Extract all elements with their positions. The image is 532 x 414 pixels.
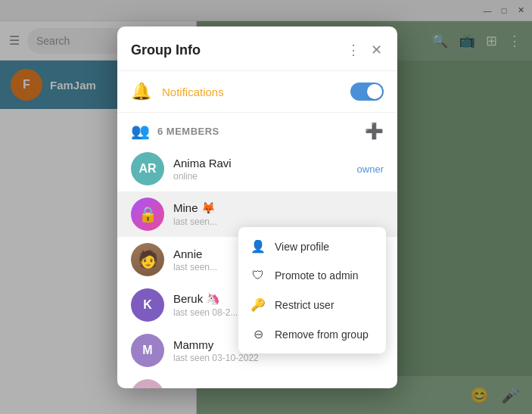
context-item-label: Promote to admin <box>275 269 359 282</box>
members-icon: 👥 <box>131 122 150 140</box>
context-item-view-profile[interactable]: 👤 View profile <box>238 232 386 261</box>
member-badge: owner <box>357 163 384 175</box>
notifications-toggle[interactable] <box>350 82 384 101</box>
member-status: online <box>173 171 348 182</box>
context-item-label: Restrict user <box>275 299 334 311</box>
member-status: last seen 03-10-2022 <box>173 353 384 363</box>
member-status: last seen... <box>173 216 384 227</box>
avatar: AR <box>131 152 164 185</box>
view-profile-icon: 👤 <box>250 239 266 254</box>
context-item-label: Remove from group <box>275 328 369 341</box>
more-options-icon[interactable]: ⋮ <box>345 40 362 60</box>
member-info: Anima Ravi online <box>173 157 348 182</box>
notifications-label: Notifications <box>162 86 340 98</box>
modal-header: Group Info ⋮ ✕ <box>117 26 397 71</box>
bell-icon: 🔔 <box>131 82 151 101</box>
toggle-thumb <box>367 84 382 99</box>
remove-group-icon: ⊖ <box>250 327 266 341</box>
avatar: M <box>131 334 164 367</box>
add-member-button[interactable]: ➕ <box>365 122 384 140</box>
context-item-label: View profile <box>275 241 329 253</box>
avatar: 🌸 <box>131 379 164 388</box>
members-header: 👥 6 MEMBERS ➕ <box>117 113 397 146</box>
avatar: 🔒 <box>131 198 164 231</box>
context-menu: 👤 View profile 🛡 Promote to admin 🔑 Rest… <box>238 227 386 353</box>
context-item-promote-admin[interactable]: 🛡 Promote to admin <box>238 261 386 290</box>
member-name: Mine 🦊 <box>173 201 384 215</box>
modal-title: Group Info <box>131 42 201 58</box>
promote-admin-icon: 🛡 <box>250 269 266 282</box>
members-left: 👥 6 MEMBERS <box>131 122 219 140</box>
close-modal-icon[interactable]: ✕ <box>369 40 384 60</box>
avatar: 🧑 <box>131 243 164 276</box>
notifications-row: 🔔 Notifications <box>117 71 397 113</box>
context-item-remove-group[interactable]: ⊖ Remove from group <box>238 319 386 349</box>
members-count: 6 MEMBERS <box>157 126 219 137</box>
avatar: K <box>131 288 164 322</box>
context-item-restrict-user[interactable]: 🔑 Restrict user <box>238 290 386 319</box>
member-name: Anima Ravi <box>173 157 348 170</box>
member-info: Mine 🦊 last seen... <box>173 201 384 227</box>
member-item[interactable]: AR Anima Ravi online owner <box>117 146 397 191</box>
member-item[interactable]: 🌸 Dad <box>117 373 397 388</box>
modal-header-actions: ⋮ ✕ <box>345 40 384 60</box>
restrict-user-icon: 🔑 <box>250 297 266 312</box>
